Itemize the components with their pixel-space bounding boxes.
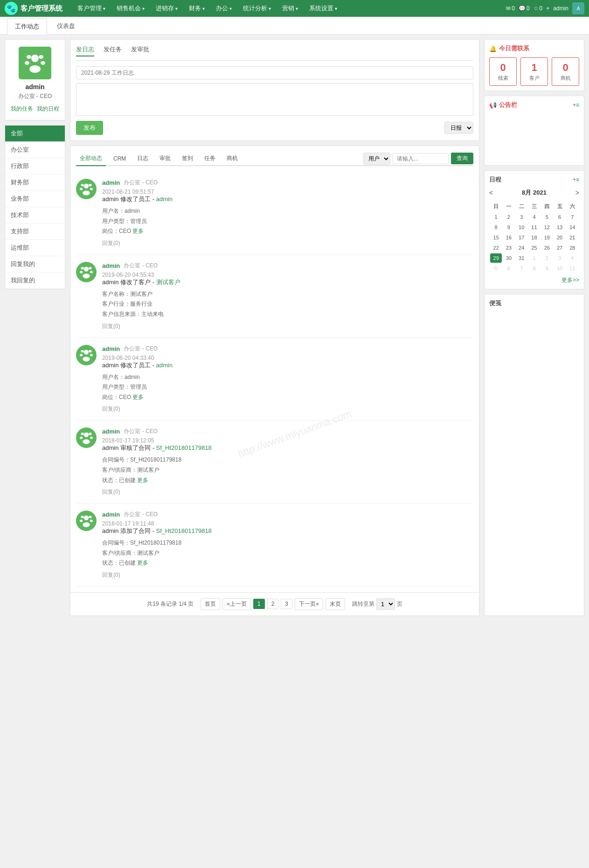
- mail-icon-badge[interactable]: ✉ 0: [506, 5, 515, 12]
- nav-stats[interactable]: 统计分析 ▾: [237, 0, 277, 17]
- filter-tab-log[interactable]: 日志: [133, 152, 152, 166]
- calendar-day[interactable]: 3: [516, 212, 527, 222]
- calendar-day[interactable]: 5: [490, 264, 502, 273]
- calendar-day[interactable]: 6: [503, 264, 514, 273]
- sidebar-item-ops[interactable]: 运维部: [5, 240, 65, 256]
- reply-link[interactable]: 回复(0): [102, 571, 473, 579]
- sidebar-item-support[interactable]: 支持部: [5, 224, 65, 240]
- calendar-day[interactable]: 15: [490, 233, 502, 242]
- calendar-next-button[interactable]: >: [575, 189, 579, 196]
- activity-user[interactable]: admin: [102, 345, 120, 352]
- nav-inventory[interactable]: 进销存 ▾: [150, 0, 183, 17]
- reply-link[interactable]: 回复(0): [102, 405, 473, 413]
- calendar-day[interactable]: 30: [503, 253, 514, 263]
- activity-link[interactable]: Sf_Ht201801179818: [156, 444, 212, 451]
- activity-link[interactable]: 测试客户: [156, 279, 180, 286]
- more-link[interactable]: 更多: [132, 228, 144, 234]
- calendar-day[interactable]: 4: [567, 253, 578, 263]
- filter-tab-task[interactable]: 任务: [201, 152, 219, 166]
- bulletin-add-button[interactable]: +≡: [573, 102, 579, 108]
- calendar-day[interactable]: 8: [528, 264, 540, 273]
- calendar-day[interactable]: 28: [567, 243, 578, 252]
- calendar-prev-button[interactable]: <: [489, 189, 493, 196]
- filter-tab-opportunity[interactable]: 商机: [223, 152, 242, 166]
- calendar-day[interactable]: 11: [528, 223, 540, 232]
- reply-link[interactable]: 回复(0): [102, 322, 473, 330]
- sidebar-item-tech[interactable]: 技术部: [5, 207, 65, 224]
- calendar-day[interactable]: 20: [554, 233, 565, 242]
- calendar-day[interactable]: 9: [503, 223, 514, 232]
- calendar-day[interactable]: 16: [503, 233, 514, 242]
- more-link[interactable]: 更多: [137, 477, 148, 483]
- calendar-day[interactable]: 7: [567, 212, 578, 222]
- tab-log[interactable]: 发日志: [76, 45, 94, 56]
- nav-settings[interactable]: 系统设置 ▾: [304, 0, 343, 17]
- calendar-day[interactable]: 26: [541, 243, 553, 252]
- calendar-day[interactable]: 22: [490, 243, 502, 252]
- sidebar-item-admin[interactable]: 行政部: [5, 158, 65, 175]
- calendar-day[interactable]: 18: [528, 233, 540, 242]
- calendar-day[interactable]: 19: [541, 233, 553, 242]
- tab-dashboard[interactable]: 仪表盘: [49, 18, 83, 34]
- next-page-button[interactable]: 下一页»: [295, 598, 323, 610]
- calendar-day[interactable]: 25: [528, 243, 540, 252]
- calendar-day[interactable]: 27: [554, 243, 565, 252]
- sidebar-item-sales[interactable]: 业务部: [5, 191, 65, 207]
- calendar-day[interactable]: 24: [516, 243, 527, 252]
- filter-tab-approval[interactable]: 审批: [156, 152, 174, 166]
- activity-user[interactable]: admin: [102, 262, 120, 269]
- sidebar-item-replied-to-me[interactable]: 回复我的: [5, 256, 65, 273]
- calendar-add-button[interactable]: +≡: [573, 176, 579, 183]
- calendar-day[interactable]: 2: [503, 212, 514, 222]
- last-page-button[interactable]: 末页: [326, 598, 345, 610]
- reply-link[interactable]: 回复(0): [102, 239, 473, 247]
- more-link[interactable]: 更多: [132, 394, 144, 400]
- nav-sales[interactable]: 销售机会 ▾: [111, 0, 150, 17]
- calendar-day[interactable]: 8: [490, 223, 502, 232]
- nav-office[interactable]: 办公 ▾: [210, 0, 237, 17]
- nav-marketing[interactable]: 营销 ▾: [277, 0, 304, 17]
- calendar-day[interactable]: 2: [541, 253, 553, 263]
- search-input[interactable]: [393, 153, 449, 164]
- query-button[interactable]: 查询: [451, 153, 473, 164]
- plus-icon[interactable]: +: [546, 5, 549, 12]
- calendar-day[interactable]: 6: [554, 212, 565, 222]
- calendar-more-link[interactable]: 更多>>: [489, 276, 579, 284]
- calendar-day[interactable]: 23: [503, 243, 514, 252]
- first-page-button[interactable]: 首页: [201, 598, 220, 610]
- calendar-day[interactable]: 14: [567, 223, 578, 232]
- activity-user[interactable]: admin: [102, 428, 120, 435]
- log-content-input[interactable]: [76, 83, 473, 116]
- my-tasks-link[interactable]: 我的任务: [11, 105, 33, 113]
- filter-tab-crm[interactable]: CRM: [110, 153, 130, 166]
- nav-customer[interactable]: 客户管理 ▾: [72, 0, 111, 17]
- calendar-day[interactable]: 1: [528, 253, 540, 263]
- calendar-day[interactable]: 13: [554, 223, 565, 232]
- calendar-day[interactable]: 29: [490, 253, 502, 263]
- calendar-day[interactable]: 9: [541, 264, 553, 273]
- my-schedule-link[interactable]: 我的日程: [37, 105, 59, 113]
- filter-tab-signin[interactable]: 签到: [178, 152, 197, 166]
- reply-link[interactable]: 回复(0): [102, 488, 473, 496]
- calendar-day[interactable]: 5: [541, 212, 553, 222]
- more-link[interactable]: 更多: [137, 560, 148, 566]
- activity-user[interactable]: admin: [102, 179, 120, 186]
- calendar-day[interactable]: 17: [516, 233, 527, 242]
- calendar-day[interactable]: 11: [567, 264, 578, 273]
- star-icon-badge[interactable]: ☆ 0: [534, 5, 543, 12]
- log-title-input[interactable]: [76, 66, 473, 79]
- prev-page-button[interactable]: «上一页: [222, 598, 251, 610]
- sidebar-item-all[interactable]: 全部: [5, 126, 65, 142]
- page-1-button[interactable]: 1: [253, 599, 265, 609]
- app-logo[interactable]: 🐾 客户管理系统: [5, 2, 62, 15]
- calendar-day[interactable]: 7: [516, 264, 527, 273]
- page-3-button[interactable]: 3: [281, 599, 292, 609]
- filter-tab-all[interactable]: 全部动态: [76, 152, 106, 166]
- activity-link[interactable]: admin: [156, 196, 173, 203]
- calendar-day[interactable]: 1: [490, 212, 502, 222]
- activity-link[interactable]: admin: [156, 362, 173, 369]
- message-icon-badge[interactable]: 💬 0: [519, 5, 530, 12]
- publish-button[interactable]: 发布: [76, 121, 103, 135]
- calendar-day[interactable]: 31: [516, 253, 527, 263]
- tab-work-activity[interactable]: 工作动态: [7, 18, 47, 35]
